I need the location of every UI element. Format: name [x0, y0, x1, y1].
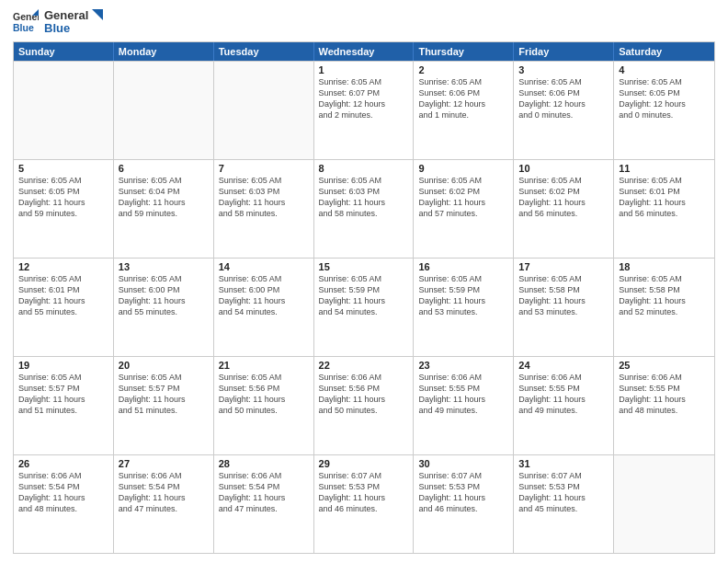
day-cell-14: 14Sunrise: 6:05 AM Sunset: 6:00 PM Dayli…	[214, 259, 314, 356]
svg-marker-4	[92, 9, 103, 20]
day-number: 7	[219, 163, 309, 174]
day-number: 5	[18, 163, 108, 174]
day-number: 19	[18, 360, 108, 371]
cell-info: Sunrise: 6:06 AM Sunset: 5:55 PM Dayligh…	[619, 372, 710, 417]
day-number: 31	[518, 458, 609, 469]
cell-info: Sunrise: 6:05 AM Sunset: 6:02 PM Dayligh…	[518, 175, 609, 220]
day-number: 8	[319, 163, 409, 174]
header: General Blue General Blue	[13, 9, 715, 36]
cell-info: Sunrise: 6:05 AM Sunset: 6:03 PM Dayligh…	[219, 175, 309, 220]
day-cell-19: 19Sunrise: 6:05 AM Sunset: 5:57 PM Dayli…	[14, 357, 114, 454]
day-number: 26	[18, 458, 108, 469]
day-cell-5: 5Sunrise: 6:05 AM Sunset: 6:05 PM Daylig…	[14, 160, 114, 258]
header-day-sunday: Sunday	[14, 42, 114, 61]
header-day-saturday: Saturday	[614, 42, 714, 61]
page: General Blue General Blue SundayMondayTu…	[0, 0, 728, 563]
day-cell-29: 29Sunrise: 6:07 AM Sunset: 5:53 PM Dayli…	[314, 455, 415, 553]
cell-info: Sunrise: 6:06 AM Sunset: 5:55 PM Dayligh…	[418, 372, 508, 417]
day-cell-24: 24Sunrise: 6:06 AM Sunset: 5:55 PM Dayli…	[514, 357, 614, 454]
cell-info: Sunrise: 6:05 AM Sunset: 5:58 PM Dayligh…	[518, 273, 609, 318]
cell-info: Sunrise: 6:06 AM Sunset: 5:54 PM Dayligh…	[119, 470, 209, 515]
day-number: 3	[518, 64, 609, 75]
cell-info: Sunrise: 6:05 AM Sunset: 5:56 PM Dayligh…	[219, 372, 309, 417]
day-number: 17	[518, 261, 609, 272]
logo: General Blue General Blue	[13, 9, 103, 36]
cell-info: Sunrise: 6:05 AM Sunset: 5:58 PM Dayligh…	[619, 273, 710, 318]
calendar-row-2: 12Sunrise: 6:05 AM Sunset: 6:01 PM Dayli…	[14, 258, 714, 356]
day-cell-22: 22Sunrise: 6:06 AM Sunset: 5:56 PM Dayli…	[314, 357, 415, 454]
day-cell-15: 15Sunrise: 6:05 AM Sunset: 5:59 PM Dayli…	[314, 259, 415, 356]
cell-info: Sunrise: 6:07 AM Sunset: 5:53 PM Dayligh…	[418, 470, 508, 515]
day-number: 14	[219, 261, 309, 272]
calendar: SundayMondayTuesdayWednesdayThursdayFrid…	[13, 41, 715, 554]
logo-icon: General Blue	[13, 9, 39, 35]
day-cell-6: 6Sunrise: 6:05 AM Sunset: 6:04 PM Daylig…	[114, 160, 214, 258]
cell-info: Sunrise: 6:05 AM Sunset: 6:05 PM Dayligh…	[619, 76, 710, 121]
day-number: 28	[219, 458, 309, 469]
day-cell-4: 4Sunrise: 6:05 AM Sunset: 6:05 PM Daylig…	[614, 62, 714, 159]
calendar-body: 1Sunrise: 6:05 AM Sunset: 6:07 PM Daylig…	[14, 61, 714, 553]
day-number: 12	[18, 261, 108, 272]
day-cell-13: 13Sunrise: 6:05 AM Sunset: 6:00 PM Dayli…	[114, 259, 214, 356]
day-number: 9	[418, 163, 508, 174]
cell-info: Sunrise: 6:05 AM Sunset: 6:01 PM Dayligh…	[619, 175, 710, 220]
logo-triangle-icon	[88, 9, 103, 28]
day-cell-28: 28Sunrise: 6:06 AM Sunset: 5:54 PM Dayli…	[214, 455, 314, 553]
day-cell-17: 17Sunrise: 6:05 AM Sunset: 5:58 PM Dayli…	[514, 259, 614, 356]
cell-info: Sunrise: 6:05 AM Sunset: 6:06 PM Dayligh…	[418, 76, 508, 121]
day-number: 22	[319, 360, 409, 371]
day-cell-7: 7Sunrise: 6:05 AM Sunset: 6:03 PM Daylig…	[214, 160, 314, 258]
day-cell-21: 21Sunrise: 6:05 AM Sunset: 5:56 PM Dayli…	[214, 357, 314, 454]
day-number: 10	[518, 163, 609, 174]
cell-info: Sunrise: 6:05 AM Sunset: 6:02 PM Dayligh…	[418, 175, 508, 220]
calendar-row-4: 26Sunrise: 6:06 AM Sunset: 5:54 PM Dayli…	[14, 454, 714, 553]
calendar-row-3: 19Sunrise: 6:05 AM Sunset: 5:57 PM Dayli…	[14, 356, 714, 454]
cell-info: Sunrise: 6:06 AM Sunset: 5:55 PM Dayligh…	[518, 372, 609, 417]
day-cell-31: 31Sunrise: 6:07 AM Sunset: 5:53 PM Dayli…	[514, 455, 614, 553]
day-cell-11: 11Sunrise: 6:05 AM Sunset: 6:01 PM Dayli…	[614, 160, 714, 258]
day-cell-16: 16Sunrise: 6:05 AM Sunset: 5:59 PM Dayli…	[414, 259, 514, 356]
cell-info: Sunrise: 6:05 AM Sunset: 5:59 PM Dayligh…	[418, 273, 508, 318]
cell-info: Sunrise: 6:07 AM Sunset: 5:53 PM Dayligh…	[319, 470, 409, 515]
day-number: 16	[418, 261, 508, 272]
empty-cell	[14, 62, 114, 159]
cell-info: Sunrise: 6:05 AM Sunset: 5:57 PM Dayligh…	[119, 372, 209, 417]
day-number: 15	[319, 261, 409, 272]
day-number: 23	[418, 360, 508, 371]
day-cell-20: 20Sunrise: 6:05 AM Sunset: 5:57 PM Dayli…	[114, 357, 214, 454]
day-cell-30: 30Sunrise: 6:07 AM Sunset: 5:53 PM Dayli…	[414, 455, 514, 553]
cell-info: Sunrise: 6:05 AM Sunset: 6:06 PM Dayligh…	[518, 76, 609, 121]
day-number: 30	[418, 458, 508, 469]
cell-info: Sunrise: 6:06 AM Sunset: 5:54 PM Dayligh…	[18, 470, 108, 515]
day-cell-18: 18Sunrise: 6:05 AM Sunset: 5:58 PM Dayli…	[614, 259, 714, 356]
cell-info: Sunrise: 6:05 AM Sunset: 6:07 PM Dayligh…	[319, 76, 409, 121]
cell-info: Sunrise: 6:05 AM Sunset: 6:03 PM Dayligh…	[319, 175, 409, 220]
day-cell-12: 12Sunrise: 6:05 AM Sunset: 6:01 PM Dayli…	[14, 259, 114, 356]
svg-text:General: General	[13, 12, 39, 23]
day-number: 25	[619, 360, 710, 371]
day-cell-23: 23Sunrise: 6:06 AM Sunset: 5:55 PM Dayli…	[414, 357, 514, 454]
header-day-wednesday: Wednesday	[314, 42, 415, 61]
cell-info: Sunrise: 6:05 AM Sunset: 5:59 PM Dayligh…	[319, 273, 409, 318]
cell-info: Sunrise: 6:06 AM Sunset: 5:56 PM Dayligh…	[319, 372, 409, 417]
cell-info: Sunrise: 6:05 AM Sunset: 5:57 PM Dayligh…	[18, 372, 108, 417]
day-number: 29	[319, 458, 409, 469]
empty-cell	[114, 62, 214, 159]
cell-info: Sunrise: 6:05 AM Sunset: 6:00 PM Dayligh…	[119, 273, 209, 318]
header-day-friday: Friday	[514, 42, 614, 61]
day-number: 24	[518, 360, 609, 371]
day-number: 1	[319, 64, 409, 75]
cell-info: Sunrise: 6:05 AM Sunset: 6:01 PM Dayligh…	[18, 273, 108, 318]
header-day-monday: Monday	[114, 42, 214, 61]
day-cell-2: 2Sunrise: 6:05 AM Sunset: 6:06 PM Daylig…	[414, 62, 514, 159]
empty-cell	[214, 62, 314, 159]
day-cell-8: 8Sunrise: 6:05 AM Sunset: 6:03 PM Daylig…	[314, 160, 415, 258]
day-number: 13	[119, 261, 209, 272]
day-cell-1: 1Sunrise: 6:05 AM Sunset: 6:07 PM Daylig…	[314, 62, 415, 159]
day-number: 4	[619, 64, 710, 75]
cell-info: Sunrise: 6:05 AM Sunset: 6:04 PM Dayligh…	[119, 175, 209, 220]
day-number: 2	[418, 64, 508, 75]
day-number: 27	[119, 458, 209, 469]
day-cell-25: 25Sunrise: 6:06 AM Sunset: 5:55 PM Dayli…	[614, 357, 714, 454]
cell-info: Sunrise: 6:06 AM Sunset: 5:54 PM Dayligh…	[219, 470, 309, 515]
